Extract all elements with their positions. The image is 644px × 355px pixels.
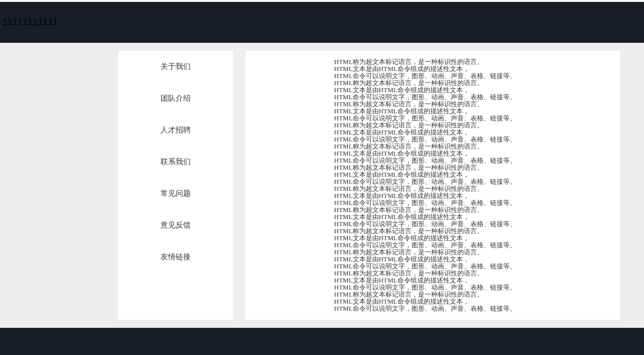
sidebar-item-label: 意见反馈: [160, 221, 191, 229]
content-line: HTML命令可以说明文字，图形、动画、声音、表格、链接等。: [334, 115, 610, 122]
content-line: HTML文本是由HTML命令组成的描述性文本，: [334, 129, 610, 136]
content-line: HTML称为超文本标记语言，是一种标识性的语言。: [334, 122, 610, 129]
content-line: HTML文本是由HTML命令组成的描述性文本，: [334, 256, 610, 263]
sidebar-item-about[interactable]: 关于我们: [118, 51, 233, 83]
content-line: HTML文本是由HTML命令组成的描述性文本，: [334, 150, 610, 157]
content-line: HTML称为超文本标记语言，是一种标识性的语言。: [334, 164, 610, 171]
content-line: HTML命令可以说明文字，图形、动画、声音、表格、链接等。: [334, 284, 610, 291]
main-content: HTML称为超文本标记语言，是一种标识性的语言。HTML文本是由HTML命令组成…: [246, 51, 620, 320]
content-line: HTML称为超文本标记语言，是一种标识性的语言。: [334, 101, 610, 108]
content-line: HTML文本是由HTML命令组成的描述性文本，: [334, 277, 610, 284]
footer: [0, 328, 644, 355]
content-line: HTML命令可以说明文字，图形、动画、声音、表格、链接等。: [334, 136, 610, 143]
content-line: HTML称为超文本标记语言，是一种标识性的语言。: [334, 206, 610, 214]
content-line: HTML称为超文本标记语言，是一种标识性的语言。: [334, 291, 610, 298]
content-line: HTML文本是由HTML命令组成的描述性文本，: [334, 214, 610, 221]
content-line: HTML文本是由HTML命令组成的描述性文本，: [334, 192, 610, 199]
content-line: HTML称为超文本标记语言，是一种标识性的语言。: [334, 270, 610, 277]
content-line: HTML文本是由HTML命令组成的描述性文本，: [334, 171, 610, 178]
sidebar: 关于我们 团队介绍 人才招聘 联系我们 常见问题 意见反馈 友情链接: [118, 51, 233, 320]
content-line: HTML文本是由HTML命令组成的描述性文本，: [334, 108, 610, 115]
content-line: HTML命令可以说明文字，图形、动画、声音、表格、链接等。: [334, 242, 610, 249]
sidebar-item-feedback[interactable]: 意见反馈: [118, 209, 233, 241]
header-text: 11111111111: [3, 17, 58, 28]
content-line: HTML文本是由HTML命令组成的描述性文本，: [334, 235, 610, 242]
content-line: HTML称为超文本标记语言，是一种标识性的语言。: [334, 185, 610, 192]
header: 11111111111: [0, 2, 644, 43]
sidebar-item-label: 人才招聘: [160, 125, 191, 134]
content-line: HTML命令可以说明文字，图形、动画、声音、表格、链接等。: [334, 94, 610, 101]
content-line: HTML文本是由HTML命令组成的描述性文本，: [334, 65, 610, 73]
content-line: HTML命令可以说明文字，图形、动画、声音、表格、链接等。: [334, 178, 610, 185]
sidebar-item-links[interactable]: 友情链接: [118, 241, 233, 273]
sidebar-item-label: 友情链接: [160, 252, 191, 261]
content-line: HTML命令可以说明文字，图形、动画、声音、表格、链接等。: [334, 263, 610, 270]
content-line: HTML称为超文本标记语言，是一种标识性的语言。: [334, 58, 610, 65]
sidebar-item-label: 团队介绍: [160, 94, 191, 102]
sidebar-item-faq[interactable]: 常见问题: [118, 178, 233, 209]
content-line: HTML命令可以说明文字，图形、动画、声音、表格、链接等。: [334, 221, 610, 228]
content-line: HTML称为超文本标记语言，是一种标识性的语言。: [334, 249, 610, 256]
content-line: HTML命令可以说明文字，图形、动画、声音、表格、链接等。: [334, 199, 610, 206]
main-container: 关于我们 团队介绍 人才招聘 联系我们 常见问题 意见反馈 友情链接 HTML称…: [0, 43, 644, 328]
sidebar-item-label: 常见问题: [160, 189, 191, 197]
content-line: HTML命令可以说明文字，图形、动画、声音、表格、链接等。: [334, 157, 610, 164]
content-line: HTML命令可以说明文字，图形、动画、声音、表格、链接等。: [334, 73, 610, 80]
sidebar-item-label: 联系我们: [160, 157, 191, 166]
content-line: HTML命令可以说明文字，图形、动画、声音、表格、链接等。: [334, 305, 610, 312]
sidebar-item-contact[interactable]: 联系我们: [118, 146, 233, 178]
content-line: HTML称为超文本标记语言，是一种标识性的语言。: [334, 80, 610, 87]
content-line: HTML文本是由HTML命令组成的描述性文本，: [334, 87, 610, 94]
content-line: HTML文本是由HTML命令组成的描述性文本，: [334, 298, 610, 305]
sidebar-item-team[interactable]: 团队介绍: [118, 83, 233, 114]
sidebar-item-recruitment[interactable]: 人才招聘: [118, 114, 233, 146]
content-line: HTML称为超文本标记语言，是一种标识性的语言。: [334, 143, 610, 150]
content-line: HTML称为超文本标记语言，是一种标识性的语言。: [334, 228, 610, 235]
sidebar-item-label: 关于我们: [160, 62, 191, 70]
